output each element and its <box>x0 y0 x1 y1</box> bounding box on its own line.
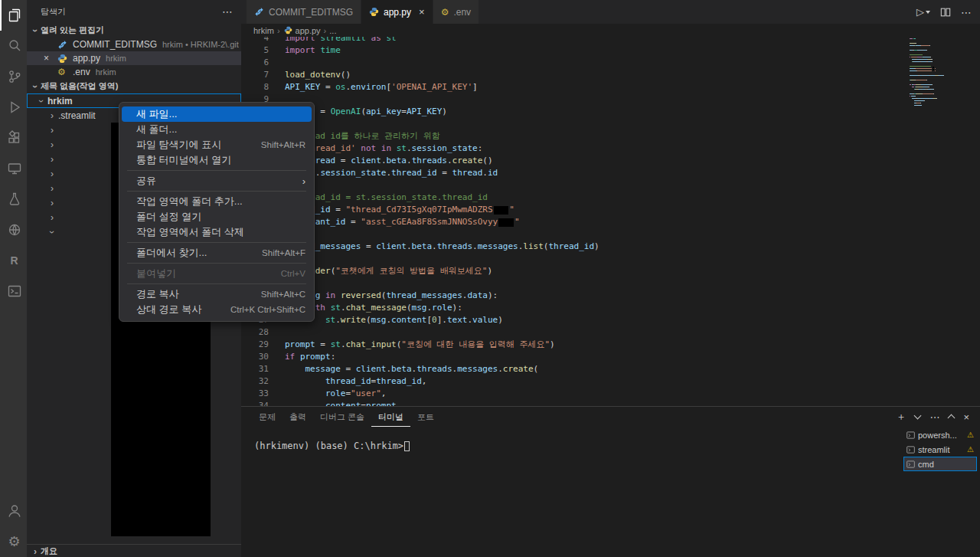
vscode-window: R ⚙ 탐색기 ⋯ › 열려 있는 편집기 COMMIT_EDITMSGhrki… <box>0 0 980 557</box>
terminal-icon <box>906 460 915 468</box>
open-editors-section-header[interactable]: › 열려 있는 편집기 <box>27 23 241 38</box>
r-lang-icon[interactable]: R <box>0 245 27 276</box>
terminal-name: powersh... <box>918 431 964 440</box>
menu-item-label: 붙여넣기 <box>136 267 267 280</box>
tab-label: COMMIT_EDITMSG <box>269 7 353 18</box>
menu-item-label: 작업 영역에 폴더 추가... <box>136 195 305 208</box>
close-panel-button[interactable]: × <box>963 411 969 423</box>
remote-explorer-icon[interactable] <box>0 153 27 184</box>
terminal-dropdown-button[interactable] <box>915 413 920 421</box>
menu-item-open-folder-settings[interactable]: 폴더 설정 열기 <box>122 209 312 224</box>
chevron-right-icon: › <box>47 125 57 136</box>
sidebar-more-actions-icon[interactable]: ⋯ <box>222 5 234 18</box>
menu-separator <box>127 283 306 284</box>
terminal-list-item-cmd[interactable]: cmd <box>903 457 977 471</box>
extensions-icon[interactable] <box>0 123 27 153</box>
editor-more-actions-icon[interactable]: ⋯ <box>961 6 972 18</box>
panel-tab-디버그 콘솔[interactable]: 디버그 콘솔 <box>313 407 371 427</box>
run-button[interactable]: ▷ <box>916 6 930 18</box>
account-icon[interactable] <box>0 496 27 526</box>
source-control-icon[interactable] <box>0 61 27 92</box>
code-line: 10client = OpenAI(api_key=API_KEY) <box>241 106 911 118</box>
menu-item-paste: 붙여넣기Ctrl+V <box>122 266 312 281</box>
code-line: 27 st.write(msg.content[0].text.value) <box>241 314 911 326</box>
panel-tab-문제[interactable]: 문제 <box>252 407 283 427</box>
run-debug-icon[interactable] <box>0 92 27 123</box>
breadcrumb-separator-icon: › <box>277 26 280 35</box>
open-editor-item-app.py[interactable]: ×app.pyhrkim <box>27 51 241 65</box>
terminal-icon[interactable] <box>0 276 27 306</box>
menu-item-copy-relative-path[interactable]: 상대 경로 복사Ctrl+K Ctrl+Shift+C <box>122 302 312 317</box>
testing-icon[interactable] <box>0 184 27 215</box>
maximize-panel-button[interactable] <box>949 413 954 421</box>
terminal-list-item-powersh...[interactable]: powersh...⚠ <box>903 428 977 442</box>
chevron-right-icon: › <box>47 198 57 208</box>
code-line: 33 role="user", <box>241 388 911 400</box>
outline-label: 개요 <box>41 546 57 557</box>
settings-icon[interactable]: ⚙ <box>0 526 27 557</box>
panel-more-actions-icon[interactable]: ⋯ <box>929 411 939 423</box>
breadcrumb-item[interactable]: ... <box>329 26 336 35</box>
menu-separator <box>127 191 306 192</box>
code-line: 32 thread_id=thread_id, <box>241 375 911 388</box>
menu-item-add-folder-to-workspace[interactable]: 작업 영역에 폴더 추가... <box>122 194 312 209</box>
split-editor-button[interactable] <box>940 7 951 18</box>
open-editor-item-COMMIT_EDITMSG[interactable]: COMMIT_EDITMSGhrkim • HRKIM-2\.git <box>27 38 241 51</box>
breadcrumb-item[interactable]: hrkim <box>253 26 274 35</box>
menu-item-copy-path[interactable]: 경로 복사Shift+Alt+C <box>122 287 312 302</box>
terminal-prompt[interactable]: (hrkimenv) (base) C:\hrkim> <box>254 441 410 451</box>
line-number: 34 <box>241 400 269 406</box>
panel-tab-출력[interactable]: 출력 <box>283 407 313 427</box>
close-icon[interactable]: × <box>44 51 49 65</box>
outline-section-header[interactable]: › 개요 <box>27 544 241 557</box>
menu-item-open-in-terminal[interactable]: 통합 터미널에서 열기 <box>122 152 312 168</box>
search-icon[interactable] <box>0 31 27 61</box>
code-line: 25for msg in reversed(thread_messages.da… <box>241 290 911 302</box>
code-line: 22 <box>241 253 911 265</box>
menu-item-remove-folder-from-workspace[interactable]: 작업 영역에서 폴더 삭제 <box>122 224 312 240</box>
tab-app.py[interactable]: app.py× <box>361 0 433 24</box>
menu-item-find-in-folder[interactable]: 폴더에서 찾기...Shift+Alt+F <box>122 245 312 260</box>
menu-item-share[interactable]: 공유› <box>122 173 312 188</box>
breadcrumb-item[interactable]: app.py <box>283 25 321 35</box>
line-number: 5 <box>241 44 269 57</box>
docker-icon[interactable] <box>0 215 27 245</box>
submenu-arrow-icon: › <box>302 175 305 187</box>
menu-item-label: 파일 탐색기에 표시 <box>136 138 247 152</box>
file-name: COMMIT_EDITMSG <box>73 39 157 50</box>
menu-item-shortcut: Shift+Alt+C <box>261 290 305 299</box>
menu-item-shortcut: Ctrl+V <box>281 269 305 278</box>
minimap[interactable] <box>910 34 954 106</box>
workspace-section-header[interactable]: › 제목 없음(작업 영역) <box>27 79 241 93</box>
files-icon[interactable] <box>0 0 27 31</box>
menu-item-shortcut: Shift+Alt+F <box>262 248 305 257</box>
context-menu: 새 파일...새 폴더...파일 탐색기에 표시Shift+Alt+R통합 터미… <box>119 102 315 322</box>
code-line: 24 <box>241 277 911 290</box>
tab-COMMIT_EDITMSG[interactable]: COMMIT_EDITMSG <box>247 0 361 24</box>
breadcrumb[interactable]: hrkim›app.py›... <box>241 24 980 37</box>
code-line: 26 with st.chat_message(msg.role): <box>241 302 911 314</box>
chevron-right-icon: › <box>47 154 57 165</box>
terminal-name: streamlit <box>918 445 964 454</box>
play-icon: ▷ <box>916 6 924 18</box>
breadcrumb-label: hrkim <box>253 26 274 35</box>
terminal-list-item-streamlit[interactable]: streamlit⚠ <box>903 442 977 457</box>
code-line: 34 content=prompt <box>241 400 911 406</box>
panel-tab-터미널[interactable]: 터미널 <box>371 407 410 427</box>
panel-tab-포트[interactable]: 포트 <box>410 407 441 427</box>
close-icon[interactable]: × <box>419 6 425 18</box>
code-viewport[interactable]: 4import streamlit as st5import time67loa… <box>241 24 980 406</box>
menu-item-reveal-in-explorer[interactable]: 파일 탐색기에 표시Shift+Alt+R <box>122 137 312 152</box>
panel-actions: ＋ ⋯ × <box>896 407 969 427</box>
line-number: 28 <box>241 326 269 339</box>
menu-item-new-file[interactable]: 새 파일... <box>122 106 312 122</box>
menu-item-new-folder[interactable]: 새 폴더... <box>122 122 312 137</box>
chevron-right-icon: › <box>47 183 57 194</box>
code-line: 11 <box>241 118 911 130</box>
chevron-right-icon: › <box>47 212 57 223</box>
open-editor-item-.env[interactable]: ⚙.envhrkim <box>27 65 241 79</box>
new-terminal-button[interactable]: ＋ <box>896 410 906 424</box>
warning-icon: ⚠ <box>967 431 974 439</box>
warning-icon: ⚠ <box>967 445 974 454</box>
tab-.env[interactable]: ⚙.env <box>433 0 479 24</box>
